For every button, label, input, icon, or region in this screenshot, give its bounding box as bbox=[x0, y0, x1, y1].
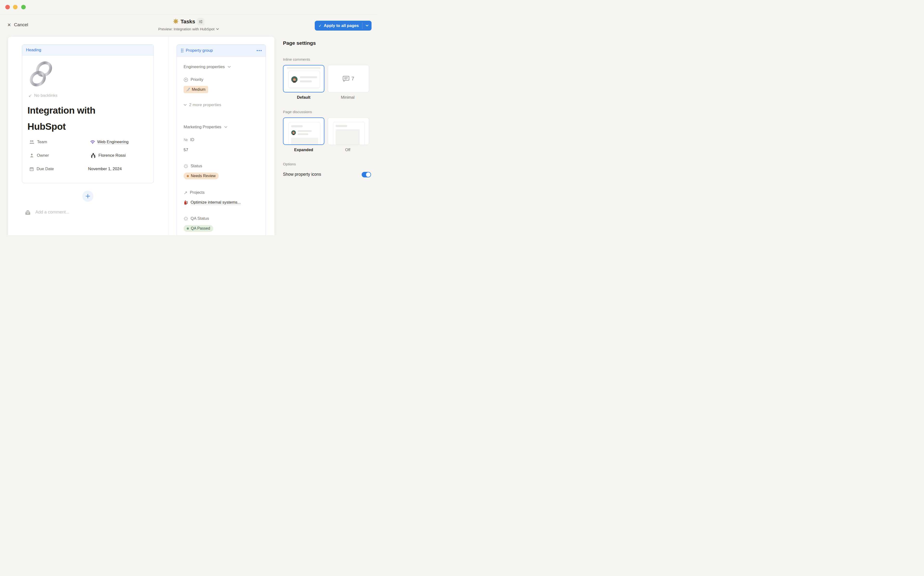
owner-value[interactable]: Florence Rossi bbox=[90, 153, 126, 158]
owner-label: Owner bbox=[37, 153, 49, 158]
mini-content-block bbox=[291, 138, 318, 145]
status-value-pill[interactable]: Needs Review bbox=[184, 173, 219, 179]
workspace-helm-wheel-icon bbox=[173, 19, 179, 25]
mini-text-bar bbox=[291, 125, 303, 127]
priority-label: Priority bbox=[191, 77, 203, 82]
inline-comments-label: Inline comments bbox=[283, 57, 310, 62]
id-value[interactable]: 57 bbox=[184, 147, 188, 153]
chevron-down-icon bbox=[224, 126, 227, 128]
person-icon bbox=[29, 153, 34, 158]
priority-value: Medium bbox=[192, 87, 206, 92]
projects-value-link[interactable]: Optimize internal systems... bbox=[191, 200, 241, 205]
property-group-header[interactable]: Property group bbox=[177, 45, 266, 57]
mini-avatar bbox=[291, 130, 296, 135]
numero-icon: № bbox=[184, 138, 188, 142]
wifi-icon bbox=[90, 140, 95, 144]
chevron-down-icon bbox=[228, 66, 231, 68]
qa-status-value-pill[interactable]: QA Passed bbox=[184, 225, 213, 232]
drag-handle-icon[interactable] bbox=[181, 48, 184, 53]
calendar-icon bbox=[29, 167, 34, 171]
priority-property[interactable]: Priority bbox=[184, 77, 203, 83]
section-marketing-properties[interactable]: Marketing Properties bbox=[184, 124, 227, 130]
priority-icon bbox=[184, 77, 188, 82]
fire-extinguisher-icon bbox=[184, 200, 188, 205]
show-property-icons-label: Show property icons bbox=[283, 172, 321, 177]
backlinks-label: No backlinks bbox=[34, 93, 57, 98]
add-comment-placeholder: Add a comment... bbox=[35, 210, 69, 215]
add-block-button[interactable] bbox=[82, 190, 93, 202]
heading-block-header[interactable]: Heading bbox=[22, 45, 153, 56]
page-discussions-option-expanded[interactable] bbox=[283, 117, 324, 145]
property-group-label: Property group bbox=[186, 48, 254, 53]
plus-icon bbox=[85, 194, 90, 198]
sliders-icon bbox=[198, 19, 203, 24]
window-close-button[interactable] bbox=[5, 5, 10, 10]
status-dot bbox=[187, 175, 189, 177]
mini-page-sheet bbox=[333, 122, 365, 145]
options-label: Options bbox=[283, 162, 296, 166]
comment-bubble-icon bbox=[343, 75, 349, 82]
page-discussions-off-label: Off bbox=[327, 147, 369, 152]
status-label: Status bbox=[191, 164, 202, 168]
mini-text-bar bbox=[300, 80, 312, 82]
more-properties-label: 2 more properties bbox=[189, 102, 221, 107]
property-row-team[interactable]: Team Web Engineering bbox=[29, 139, 149, 145]
qa-status-dot bbox=[187, 227, 189, 230]
inline-comments-default-label: Default bbox=[283, 95, 324, 100]
projects-property[interactable]: ↗ Projects bbox=[184, 190, 204, 195]
projects-value-row[interactable]: Optimize internal systems... bbox=[184, 200, 241, 205]
backlinks-row[interactable]: ↙ No backlinks bbox=[29, 93, 57, 98]
status-spinner-icon bbox=[184, 164, 188, 168]
more-options-icon[interactable] bbox=[257, 50, 262, 51]
mini-text-bar bbox=[336, 125, 347, 127]
mini-text-bar bbox=[298, 130, 311, 132]
more-properties-toggle[interactable]: 2 more properties bbox=[184, 102, 221, 108]
status-property[interactable]: Status bbox=[184, 163, 202, 169]
mini-text-bar bbox=[298, 133, 308, 135]
apply-to-all-pages-button[interactable]: ✓ Apply to all pages bbox=[315, 23, 362, 28]
property-group-card[interactable]: Property group Engineering properties Pr… bbox=[177, 44, 266, 235]
mini-page-line bbox=[287, 67, 321, 69]
id-label: ID bbox=[190, 138, 194, 142]
relation-arrow-icon: ↗ bbox=[184, 190, 187, 195]
window-minimize-button[interactable] bbox=[13, 5, 18, 10]
page-discussions-expanded-label: Expanded bbox=[283, 147, 324, 152]
page-title[interactable]: Integration with HubSpot bbox=[27, 102, 121, 134]
id-property[interactable]: № ID bbox=[184, 137, 194, 143]
apply-split-button: ✓ Apply to all pages bbox=[315, 21, 372, 30]
view-settings-button[interactable] bbox=[197, 18, 204, 25]
mini-text-bar bbox=[300, 76, 317, 78]
needle-icon bbox=[186, 88, 190, 91]
team-label: Team bbox=[37, 139, 47, 144]
database-title[interactable]: Tasks bbox=[180, 19, 195, 25]
apply-options-dropdown[interactable] bbox=[362, 24, 372, 27]
chevron-down-icon bbox=[216, 28, 219, 30]
priority-value-tag[interactable]: Medium bbox=[184, 86, 208, 93]
backlink-arrow-icon: ↙ bbox=[29, 93, 32, 98]
section-engineering-properties[interactable]: Engineering properties bbox=[184, 64, 231, 70]
owner-avatar bbox=[90, 153, 96, 158]
chevron-down-icon bbox=[184, 104, 187, 106]
due-date-value[interactable]: November 1, 2024 bbox=[90, 166, 122, 171]
qa-status-property[interactable]: QA Status bbox=[184, 216, 209, 221]
property-row-owner[interactable]: Owner Florence Rossi bbox=[29, 152, 149, 158]
page-discussions-label: Page discussions bbox=[283, 110, 312, 114]
inline-comments-option-default[interactable] bbox=[283, 65, 324, 93]
team-value-link[interactable]: Web Engineering bbox=[90, 139, 129, 144]
team-icon bbox=[29, 140, 34, 144]
show-property-icons-toggle[interactable] bbox=[362, 172, 371, 178]
inline-comments-option-minimal[interactable]: 7 bbox=[328, 65, 369, 93]
window-zoom-button[interactable] bbox=[21, 5, 26, 10]
page-discussions-option-off[interactable] bbox=[328, 117, 369, 145]
add-comment-row[interactable]: Add a comment... bbox=[24, 208, 69, 216]
preview-label: Preview: Integration with HubSpot bbox=[158, 27, 214, 31]
heading-block-card[interactable]: Heading ↙ No backlinks Integration with … bbox=[22, 44, 154, 183]
property-row-due-date[interactable]: Due Date November 1, 2024 bbox=[29, 166, 149, 172]
toggle-knob bbox=[366, 172, 370, 177]
page-icon-chain-links[interactable] bbox=[29, 61, 53, 88]
heading-block-label: Heading bbox=[26, 48, 41, 53]
commenter-avatar bbox=[24, 208, 32, 216]
qa-status-value: QA Passed bbox=[191, 226, 210, 230]
status-spinner-icon bbox=[184, 216, 188, 221]
page-layout-editor: { "header": { "cancel_label": "Cancel", … bbox=[0, 0, 377, 235]
